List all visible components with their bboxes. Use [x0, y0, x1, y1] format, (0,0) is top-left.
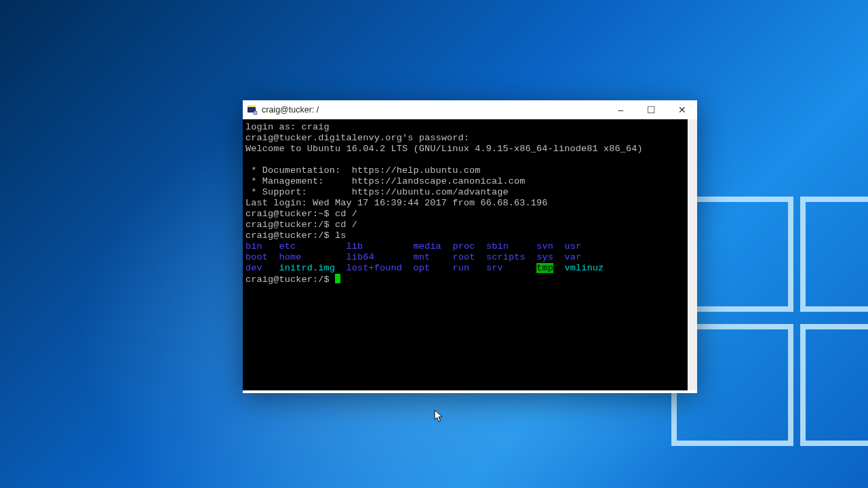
wallpaper-pane [800, 324, 868, 446]
doc-link-line: * Documentation: https://help.ubuntu.com [245, 165, 481, 176]
command: ls [335, 230, 347, 241]
ls-item: media [414, 241, 441, 251]
prompt: craig@tucker:/$ [245, 220, 335, 230]
ls-item: scripts [486, 252, 526, 262]
close-icon: ✕ [678, 104, 686, 115]
ls-item: sbin [486, 241, 509, 251]
ls-item: initrd.img [279, 263, 336, 273]
maximize-button[interactable]: ☐ [636, 100, 667, 119]
prompt: craig@tucker:/$ [245, 230, 335, 241]
ls-item: var [564, 252, 581, 262]
login-label: login as: [245, 122, 302, 132]
cursor-block [335, 274, 340, 283]
maximize-icon: ☐ [647, 104, 656, 115]
ls-item: usr [564, 241, 581, 251]
ls-item: home [279, 252, 302, 262]
ls-item: lost+found [347, 263, 403, 273]
ls-item: dev [245, 263, 262, 273]
support-link-line: * Support: https://ubuntu.com/advantage [245, 187, 509, 197]
terminal-output: login as: craig craig@tucker.digitalenvy… [245, 122, 685, 285]
ls-item: lib [347, 241, 363, 251]
ls-item: boot [245, 252, 268, 262]
ls-item: etc [279, 241, 296, 251]
ls-item: root [452, 252, 475, 262]
minimize-button[interactable]: – [606, 100, 636, 119]
last-login-line: Last login: Wed May 17 16:39:44 2017 fro… [245, 198, 548, 208]
window-title: craig@tucker: / [262, 105, 319, 115]
ls-item: opt [414, 263, 431, 273]
minimize-icon: – [618, 104, 624, 115]
command: cd / [335, 220, 357, 230]
ls-item: proc [452, 241, 475, 251]
close-button[interactable]: ✕ [667, 100, 697, 119]
prompt: craig@tucker:~$ [245, 209, 335, 219]
svg-rect-1 [248, 105, 256, 107]
ls-item: mnt [414, 252, 431, 262]
window-controls: – ☐ ✕ [606, 100, 697, 119]
svg-rect-2 [254, 111, 257, 115]
ls-item: bin [245, 241, 262, 251]
terminal-window[interactable]: craig@tucker: / – ☐ ✕ login as: craig cr… [243, 100, 697, 393]
ls-item: tmp [536, 263, 553, 273]
ls-item: srv [486, 263, 503, 273]
login-user: craig [302, 122, 330, 132]
mgmt-link-line: * Management: https://landscape.canonica… [245, 176, 526, 186]
wallpaper-pane [800, 197, 868, 312]
command: cd / [335, 209, 357, 219]
ls-item: svn [536, 241, 553, 251]
ls-item: sys [536, 252, 553, 262]
terminal-viewport[interactable]: login as: craig craig@tucker.digitalenvy… [243, 119, 688, 390]
welcome-line: Welcome to Ubuntu 16.04.2 LTS (GNU/Linux… [245, 144, 643, 154]
ls-item: vmlinuz [564, 263, 604, 273]
password-prompt: craig@tucker.digitalenvy.org's password: [245, 133, 469, 143]
window-titlebar[interactable]: craig@tucker: / – ☐ ✕ [243, 100, 697, 119]
prompt: craig@tucker:/$ [245, 274, 335, 285]
ls-item: lib64 [347, 252, 374, 262]
ls-item: run [452, 263, 469, 273]
putty-icon [247, 104, 258, 115]
scrollbar[interactable] [688, 119, 697, 390]
